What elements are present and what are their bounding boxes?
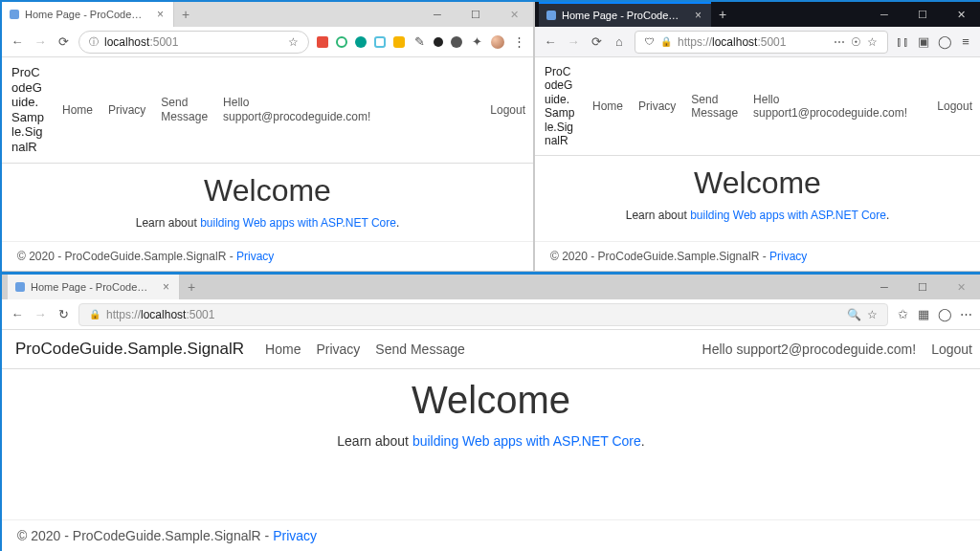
back-icon[interactable]: ←: [10, 34, 25, 49]
favorites-icon[interactable]: ✩: [896, 308, 909, 321]
ext-icon[interactable]: [374, 36, 386, 48]
nav-hello-user[interactable]: Hello support1@procodeguide.com!: [746, 87, 915, 126]
reload-icon[interactable]: ↻: [56, 307, 71, 321]
ext-icon[interactable]: [451, 36, 462, 48]
maximize-icon[interactable]: ☐: [457, 2, 495, 27]
minimize-icon[interactable]: ─: [865, 275, 903, 299]
reload-icon[interactable]: ⟳: [56, 34, 71, 49]
chrome-urlbar: ← → ⟳ ⓘ localhost:5001 ☆ ✎ ✦ ⋮: [2, 27, 533, 57]
maximize-icon[interactable]: ☐: [903, 275, 942, 299]
footer-privacy-link[interactable]: Privacy: [236, 250, 274, 263]
zoom-icon[interactable]: 🔍: [847, 308, 861, 321]
nav-send-message[interactable]: Send Message: [368, 336, 472, 363]
footer-privacy-link[interactable]: Privacy: [273, 528, 317, 543]
back-icon[interactable]: ←: [543, 34, 558, 49]
ext-icon[interactable]: [317, 36, 328, 48]
new-tab-button[interactable]: +: [174, 7, 197, 22]
ext-icon[interactable]: [434, 37, 443, 47]
profile-avatar-icon[interactable]: [491, 35, 504, 49]
sidebar-icon[interactable]: ▣: [917, 35, 930, 49]
library-icon[interactable]: ⫿⫿: [896, 35, 909, 49]
menu-icon[interactable]: ⋯: [959, 308, 972, 321]
site-info-icon[interactable]: ⓘ: [89, 35, 99, 49]
nav-logout[interactable]: Logout: [929, 94, 980, 119]
address-bar[interactable]: 🛡 🔒 https://localhost:5001 ⋯ ☉ ☆: [635, 31, 888, 54]
home-icon[interactable]: ⌂: [612, 34, 627, 49]
collections-icon[interactable]: ▦: [917, 308, 930, 321]
nav-privacy[interactable]: Privacy: [631, 94, 683, 119]
forward-icon[interactable]: →: [566, 34, 581, 49]
nav-logout[interactable]: Logout: [482, 98, 533, 122]
ext-icon[interactable]: [336, 36, 347, 48]
app-navbar: ProCodeGuide.Sample.SignalR Home Privacy…: [535, 57, 980, 156]
maximize-icon[interactable]: ☐: [903, 2, 942, 27]
nav-hello-user[interactable]: Hello support2@procodeguide.com!: [695, 336, 924, 363]
nav-send-message[interactable]: Send Message: [153, 90, 215, 129]
menu-icon[interactable]: ⋮: [512, 35, 525, 49]
tab-close-icon[interactable]: ×: [163, 280, 169, 294]
reload-icon[interactable]: ⟳: [589, 34, 604, 49]
close-icon[interactable]: ✕: [942, 275, 980, 299]
brand-link[interactable]: ProCodeGuide.Sample.SignalR: [2, 330, 257, 368]
nav-home[interactable]: Home: [585, 94, 631, 119]
reader-icon[interactable]: ☉: [851, 35, 861, 49]
browser-tab[interactable]: Home Page - ProCodeGuide.San ×: [8, 275, 180, 299]
nav-send-message[interactable]: Send Message: [683, 87, 746, 126]
nav-home[interactable]: Home: [257, 336, 308, 363]
nav-privacy[interactable]: Privacy: [100, 98, 153, 122]
nav-home[interactable]: Home: [55, 98, 100, 122]
address-bar[interactable]: 🔒 https://localhost:5001 🔍 ☆: [78, 303, 888, 326]
address-bar[interactable]: ⓘ localhost:5001 ☆: [78, 31, 309, 54]
shield-icon[interactable]: 🛡: [645, 36, 655, 47]
forward-icon[interactable]: →: [33, 34, 48, 49]
new-tab-button[interactable]: +: [180, 279, 203, 295]
minimize-icon[interactable]: ─: [865, 2, 903, 27]
learn-text: Learn about building Web apps with ASP.N…: [626, 209, 890, 222]
chrome-extensions: ✎ ✦ ⋮: [317, 35, 525, 49]
page-action-icon[interactable]: ⋯: [834, 35, 845, 49]
footer-privacy-link[interactable]: Privacy: [769, 250, 807, 263]
learn-link[interactable]: building Web apps with ASP.NET Core: [690, 209, 886, 222]
learn-text: Learn about building Web apps with ASP.N…: [337, 433, 644, 449]
edge-toolbar-icons: ✩ ▦ ◯ ⋯: [896, 308, 972, 321]
nav-hello-user[interactable]: Hello support@procodeguide.com!: [215, 90, 378, 129]
lock-icon[interactable]: 🔒: [89, 309, 100, 320]
url-host: localhost: [141, 308, 186, 321]
ext-icon[interactable]: [355, 36, 367, 48]
brand-link[interactable]: ProCodeGuide.Sample.SignalR: [535, 57, 585, 155]
page-content: ProCodeGuide.Sample.SignalR Home Privacy…: [2, 57, 533, 271]
welcome-heading: Welcome: [694, 165, 821, 201]
tab-title: Home Page - ProCodeGuide.Sam...: [25, 9, 145, 20]
new-tab-button[interactable]: +: [711, 7, 734, 22]
ext-icon[interactable]: [393, 36, 405, 48]
edge-window: Home Page - ProCodeGuide.San × + ─ ☐ ✕ ←…: [2, 272, 980, 551]
learn-link[interactable]: building Web apps with ASP.NET Core: [412, 433, 641, 449]
minimize-icon[interactable]: ─: [418, 2, 457, 27]
profile-icon[interactable]: ◯: [938, 308, 951, 321]
hero: Welcome Learn about building Web apps wi…: [2, 369, 980, 519]
eyedropper-icon[interactable]: ✎: [412, 35, 426, 49]
star-icon[interactable]: ☆: [867, 35, 878, 49]
nav-logout[interactable]: Logout: [924, 336, 980, 363]
brand-link[interactable]: ProCodeGuide.Sample.SignalR: [2, 57, 55, 163]
browser-tab[interactable]: Home Page - ProCodeGuide.S ×: [539, 2, 711, 27]
close-icon[interactable]: ✕: [495, 2, 533, 27]
forward-icon[interactable]: →: [33, 307, 48, 321]
browser-tab[interactable]: Home Page - ProCodeGuide.Sam... ×: [2, 2, 174, 27]
firefox-window: Home Page - ProCodeGuide.S × + ─ ☐ ✕ ← →…: [534, 2, 980, 272]
star-icon[interactable]: ☆: [288, 35, 299, 49]
tab-close-icon[interactable]: ×: [157, 8, 164, 21]
account-icon[interactable]: ◯: [938, 35, 951, 49]
close-icon[interactable]: ✕: [942, 2, 980, 27]
menu-icon[interactable]: ≡: [959, 35, 972, 49]
welcome-heading: Welcome: [412, 379, 570, 422]
url-scheme: https://: [106, 308, 141, 321]
extensions-icon[interactable]: ✦: [470, 35, 483, 49]
tab-close-icon[interactable]: ×: [695, 9, 702, 22]
favicon-icon: [15, 282, 25, 292]
star-icon[interactable]: ☆: [867, 308, 878, 321]
back-icon[interactable]: ←: [10, 307, 25, 321]
lock-icon[interactable]: 🔒: [660, 36, 672, 47]
learn-link[interactable]: building Web apps with ASP.NET Core: [200, 216, 396, 230]
nav-privacy[interactable]: Privacy: [308, 336, 368, 363]
